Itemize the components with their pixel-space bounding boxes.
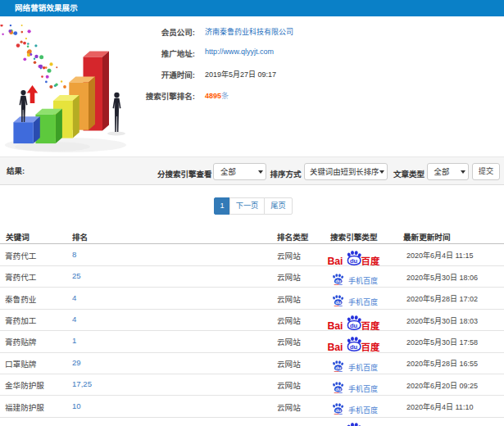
svg-text:百度: 百度 — [361, 320, 380, 331]
svg-text:Bai: Bai — [327, 255, 343, 265]
svg-text:du: du — [335, 365, 342, 370]
svg-text:du: du — [350, 257, 358, 265]
svg-text:百度: 百度 — [361, 256, 380, 266]
svg-text:du: du — [350, 343, 358, 351]
svg-text:du: du — [335, 279, 342, 283]
svg-text:du: du — [335, 387, 342, 392]
svg-text:du: du — [335, 301, 342, 306]
svg-text:du: du — [350, 322, 358, 329]
svg-text:Bai: Bai — [327, 320, 343, 330]
svg-text:du: du — [335, 409, 342, 414]
svg-text:百度: 百度 — [361, 342, 380, 352]
svg-text:Bai: Bai — [327, 342, 343, 352]
